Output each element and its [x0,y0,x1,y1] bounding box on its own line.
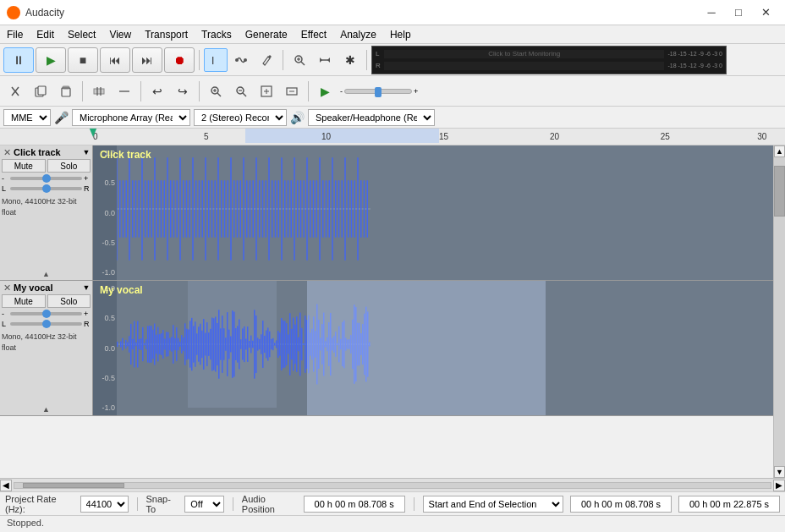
zoom-out-button[interactable] [229,80,253,103]
sep6 [199,81,200,101]
selection-region-ruler [245,129,439,143]
zoom-in-button[interactable] [204,80,228,103]
click-track-volume-thumb[interactable] [42,174,51,183]
audio-position-input[interactable]: 00 h 00 m 08.708 s [304,496,405,513]
vocal-track-dropdown-icon[interactable]: ▼ [82,283,91,292]
maximize-button[interactable]: □ [726,3,751,23]
trim-button[interactable] [87,80,111,103]
menu-select[interactable]: Select [61,27,102,42]
draw-tool[interactable] [255,48,278,72]
click-track-pan-row: L R [2,184,91,193]
project-rate-select[interactable]: 44100 [80,496,129,513]
vocal-track-waveform[interactable]: My vocal 1.0 0.5 0.0 -0.5 -1.0 [93,281,773,415]
redo-button[interactable]: ↪ [171,80,195,103]
fit-selection-button[interactable] [280,80,304,103]
click-track-collapse-icon[interactable]: ▲ [42,270,50,278]
input-device-select[interactable]: Microphone Array (Realtek [72,109,190,126]
vocal-track-close-button[interactable]: ✕ [2,282,12,293]
click-track-collapse: ▲ [2,270,91,278]
cut-button[interactable] [3,80,27,103]
click-track-waveform[interactable]: Click track 1.0 0.5 0.0 -0.5 -1.0 [93,145,773,280]
fit-project-button[interactable] [255,80,278,103]
time-shift-tool[interactable] [313,48,337,72]
bottom-bar: Project Rate (Hz): 44100 Snap-To Off Aud… [0,491,785,515]
record-button[interactable]: ⏺ [164,47,195,73]
vocal-track-collapse: ▲ [2,405,91,414]
pause-button[interactable]: ⏸ [3,47,34,73]
output-device-select[interactable]: Speaker/Headphone (Realte [308,109,435,126]
input-channels-select[interactable]: 2 (Stereo) Recor [194,109,287,126]
envelope-tool[interactable] [229,48,253,72]
api-select[interactable]: MME [3,109,51,126]
ruler-15: 15 [439,132,448,141]
playback-speed-slider[interactable] [344,89,412,94]
scrollbar-up-button[interactable]: ▲ [774,145,785,157]
selection-tool[interactable]: I [204,48,228,72]
skip-start-button[interactable]: ⏮ [100,47,130,73]
menu-generate[interactable]: Generate [239,27,294,42]
multi-tool[interactable]: ✱ [338,48,362,72]
stop-button[interactable]: ■ [68,47,98,73]
click-track-dropdown-icon[interactable]: ▼ [82,148,91,156]
click-track-volume-slider[interactable] [10,177,82,180]
menu-file[interactable]: File [0,27,30,42]
window-controls: ─ □ ✕ [699,3,778,23]
minimize-button[interactable]: ─ [699,3,724,23]
menu-analyze[interactable]: Analyze [333,27,383,42]
silence-button[interactable] [113,80,136,103]
selection-start-input[interactable]: 00 h 00 m 08.708 s [570,496,672,513]
scrollbar-down-button[interactable]: ▼ [774,466,785,478]
vocal-track-solo-button[interactable]: Solo [47,294,91,308]
h-scroll-thumb[interactable] [23,483,124,488]
ruler-30: 30 [757,132,766,141]
vocal-track-collapse-icon[interactable]: ▲ [42,405,50,414]
undo-button[interactable]: ↩ [145,80,169,103]
vocal-track-pan-r: R [84,320,91,328]
vocal-track-volume-slider[interactable] [10,312,82,315]
paste-button[interactable] [54,80,78,103]
click-track-vol-minus: - [2,174,8,183]
svg-point-1 [235,58,239,62]
menu-view[interactable]: View [102,27,138,42]
device-bar: MME 🎤 Microphone Array (Realtek 2 (Stere… [0,107,785,129]
vocal-track-canvas [117,281,371,408]
click-track-label: Click track [100,149,151,161]
tracks-inner: ✕ Click track ▼ Mute Solo - [0,145,773,478]
vocal-track-volume-thumb[interactable] [42,310,51,318]
menu-edit[interactable]: Edit [30,27,61,42]
sep5 [140,81,141,101]
svg-line-4 [301,62,305,65]
play-button[interactable]: ▶ [36,47,66,73]
vocal-track-pan-slider[interactable] [10,322,82,326]
click-track-close-button[interactable]: ✕ [2,147,12,157]
play-at-speed[interactable]: ▶ [313,80,337,103]
main-area: ✕ Click track ▼ Mute Solo - [0,145,785,491]
svg-rect-16 [94,89,104,94]
click-track-pan-thumb[interactable] [42,184,51,193]
menu-transport[interactable]: Transport [138,27,195,42]
vocal-track-pan-thumb[interactable] [42,320,51,328]
skip-end-button[interactable]: ⏭ [132,47,162,73]
scrollbar-thumb[interactable] [774,166,785,217]
copy-button[interactable] [29,80,52,103]
ruler-25: 25 [661,132,670,141]
vocal-track-label: My vocal [100,284,143,296]
menu-tracks[interactable]: Tracks [195,27,239,42]
zoom-in-tool[interactable] [288,48,311,72]
close-button[interactable]: ✕ [753,3,778,23]
click-track-solo-button[interactable]: Solo [47,159,91,173]
selection-mode-select[interactable]: Start and End of Selection [423,496,563,513]
h-scroll-left-button[interactable]: ◀ [0,480,12,491]
vu-monitor-label[interactable]: Click to Start Monitoring [384,50,664,58]
menu-help[interactable]: Help [383,27,418,42]
click-track-pan-slider[interactable] [10,187,82,190]
selection-end-input[interactable]: 00 h 00 m 22.875 s [678,496,780,513]
menu-effect[interactable]: Effect [294,27,333,42]
vocal-track-mute-button[interactable]: Mute [2,294,46,308]
h-scroll-right-button[interactable]: ▶ [773,480,785,491]
vu-meter[interactable]: L Click to Start Monitoring -18 -15 -12 … [371,46,727,74]
ruler-20: 20 [550,132,559,141]
snap-to-select[interactable]: Off [184,496,224,513]
svg-marker-9 [327,58,330,63]
click-track-mute-button[interactable]: Mute [2,159,46,173]
